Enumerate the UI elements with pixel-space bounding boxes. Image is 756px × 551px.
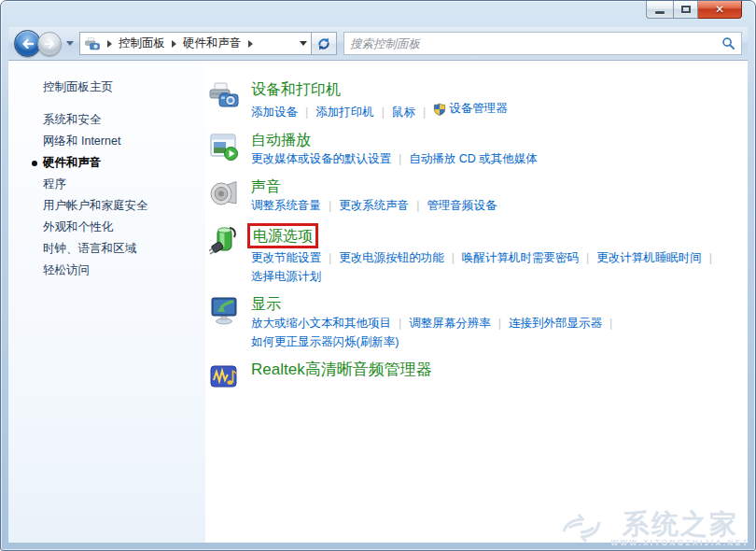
maximize-button[interactable] [673,1,698,19]
section-body: Realtek高清晰音频管理器 [251,360,738,391]
task-link[interactable]: 设备管理器 [433,100,508,118]
link-separator: | [305,106,308,119]
sidebar-item-label: 网络和 Internet [43,134,120,148]
minimize-icon [655,11,665,14]
close-icon: ✕ [715,4,724,15]
category-section: 声音调整系统音量|更改系统声音|管理音频设备 [209,177,738,215]
sidebar-item[interactable]: 控制面板主页 [8,77,205,98]
section-body: 设备和打印机添加设备|添加打印机|鼠标| 设备管理器 [251,79,738,121]
section-title-highlighted[interactable]: 电源选项 [247,223,318,248]
task-links-row: 调整系统音量|更改系统声音|管理音频设备 [251,197,738,215]
autoplay-icon[interactable] [209,130,241,168]
task-link[interactable]: 连接到外部显示器 [509,315,602,332]
display-icon[interactable] [209,294,241,351]
task-link[interactable]: 放大或缩小文本和其他项目 [251,315,391,332]
breadcrumb: 控制面板硬件和声音 [101,35,259,51]
section-title[interactable]: 自动播放 [251,130,311,149]
task-link-label: 更改电源按钮的功能 [339,249,444,267]
section-title[interactable]: 显示 [251,294,281,314]
task-link[interactable]: 自动播放 CD 或其他媒体 [409,150,538,168]
task-link[interactable]: 添加设备 [251,104,298,121]
link-separator: | [329,251,331,264]
task-link[interactable]: 添加打印机 [315,104,374,121]
realtek-icon[interactable] [209,360,241,391]
section-body: 声音调整系统音量|更改系统声音|管理音频设备 [251,177,738,215]
task-link[interactable]: 如何更正显示器闪烁(刷新率) [251,333,399,351]
search-input[interactable] [350,37,721,50]
task-link[interactable]: 调整系统音量 [251,197,321,215]
sidebar-item[interactable]: 网络和 Internet [8,131,205,152]
title-bar[interactable]: ✕ [1,1,755,27]
breadcrumb-arrow-icon[interactable] [172,40,176,48]
address-bar[interactable]: 控制面板硬件和声音 [79,32,311,55]
breadcrumb-arrow-icon[interactable] [107,40,112,48]
task-link-label: 如何更正显示器闪烁(刷新率) [251,333,399,351]
forward-arrow-icon [43,37,56,50]
sound-icon[interactable] [209,177,241,215]
section-title[interactable]: 设备和打印机 [251,79,341,99]
recent-pages-chevron-icon[interactable] [66,41,74,46]
link-separator: | [416,199,419,212]
refresh-button[interactable] [311,32,337,55]
task-links-row: 选择电源计划 [251,268,738,286]
section-body: 电源选项更改节能设置|更改电源按钮的功能|唤醒计算机时需要密码|更改计算机睡眠时… [251,223,738,286]
section-title[interactable]: 声音 [251,177,281,196]
link-separator: | [452,251,455,264]
task-link-label: 更改媒体或设备的默认设置 [251,150,391,168]
task-links-row: 更改节能设置|更改电源按钮的功能|唤醒计算机时需要密码|更改计算机睡眠时间| [251,249,738,267]
minimize-button[interactable] [646,1,673,19]
task-link[interactable]: 管理音频设备 [427,197,497,215]
devices-printers-icon[interactable] [209,79,241,121]
close-button[interactable]: ✕ [698,1,742,19]
task-link[interactable]: 更改计算机睡眠时间 [596,249,702,267]
task-link[interactable]: 唤醒计算机时需要密码 [462,249,579,267]
task-link[interactable]: 更改节能设置 [251,249,321,267]
task-link[interactable]: 调整屏幕分辨率 [409,315,491,332]
breadcrumb-item[interactable]: 硬件和声音 [183,35,242,51]
breadcrumb-arrow-icon[interactable] [248,40,253,48]
content-pane: 设备和打印机添加设备|添加打印机|鼠标| 设备管理器 自动播放更改媒体或设备的默… [205,61,748,543]
power-icon[interactable] [209,223,241,286]
sidebar-item-label: 时钟、语言和区域 [43,242,136,255]
forward-button[interactable] [37,32,62,56]
navigation-bar: 控制面板硬件和声音 [8,27,748,61]
address-dropdown-icon[interactable] [300,41,307,46]
task-link-label: 设备管理器 [449,100,508,118]
sidebar-item[interactable]: 系统和安全 [8,109,205,131]
caption-buttons: ✕ [646,1,742,19]
address-bar-group: 控制面板硬件和声音 [79,32,337,55]
link-separator: | [498,317,501,330]
breadcrumb-item[interactable]: 控制面板 [119,35,165,51]
sidebar-item[interactable]: 用户帐户和家庭安全 [8,195,205,217]
task-link[interactable]: 选择电源计划 [251,268,321,286]
category-section: 显示放大或缩小文本和其他项目|调整屏幕分辨率|连接到外部显示器|如何更正显示器闪… [209,294,738,351]
link-separator: | [609,317,612,330]
task-link-label: 自动播放 CD 或其他媒体 [409,150,538,168]
back-arrow-icon [21,36,35,51]
task-link-label: 连接到外部显示器 [509,315,602,332]
task-link[interactable]: 更改电源按钮的功能 [339,249,444,267]
task-link-label: 添加设备 [251,104,298,121]
task-links-row: 更改媒体或设备的默认设置|自动播放 CD 或其他媒体 [251,150,738,168]
sidebar-item-label: 系统和安全 [43,113,102,126]
task-link[interactable]: 鼠标 [392,104,415,121]
section-title[interactable]: Realtek高清晰音频管理器 [251,360,432,379]
task-links-row: 放大或缩小文本和其他项目|调整屏幕分辨率|连接到外部显示器| [251,315,738,332]
task-link[interactable]: 更改媒体或设备的默认设置 [251,150,391,168]
sidebar-item[interactable]: 时钟、语言和区域 [8,238,205,260]
link-separator: | [382,106,385,119]
task-link[interactable]: 更改系统声音 [339,197,409,215]
task-link-label: 更改节能设置 [251,249,321,267]
category-section: 电源选项更改节能设置|更改电源按钮的功能|唤醒计算机时需要密码|更改计算机睡眠时… [209,223,738,286]
maximize-icon [681,6,691,13]
search-icon[interactable] [721,36,735,50]
task-link-label: 添加打印机 [315,104,374,121]
sidebar-item-label: 外观和个性化 [43,220,113,233]
sidebar-item[interactable]: 外观和个性化 [8,217,205,238]
task-links-row: 如何更正显示器闪烁(刷新率) [251,333,738,351]
sidebar-item-label: 用户帐户和家庭安全 [43,199,148,212]
link-separator: | [423,106,426,119]
sidebar-item[interactable]: 硬件和声音 [8,152,205,174]
sidebar-item[interactable]: 轻松访问 [8,260,205,281]
sidebar-item[interactable]: 程序 [8,174,205,195]
